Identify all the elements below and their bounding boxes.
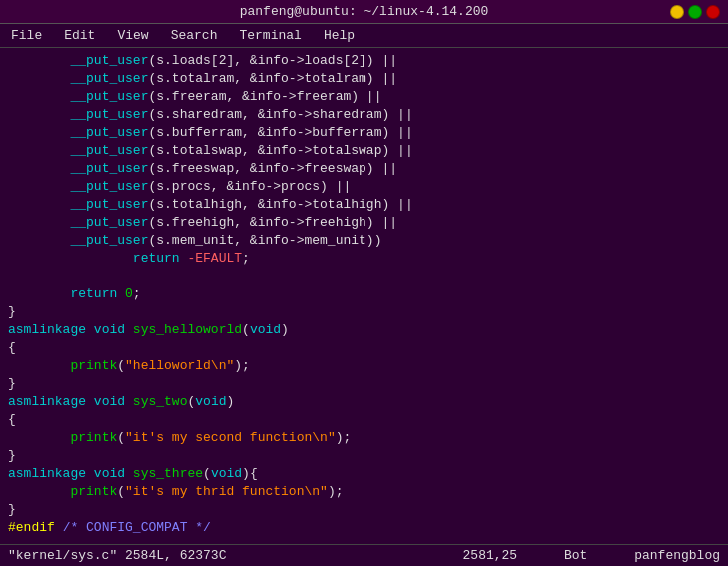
menu-terminal[interactable]: Terminal (236, 27, 304, 44)
code-line: __put_user(s.freeswap, &info->freeswap) … (8, 160, 720, 178)
code-line: return -EFAULT; (8, 250, 720, 268)
code-line: __put_user(s.bufferram, &info->bufferram… (8, 124, 720, 142)
code-area: __put_user(s.loads[2], &info->loads[2]) … (0, 48, 728, 539)
code-line: return 0; (8, 285, 720, 303)
code-line: __put_user(s.procs, &info->procs) || (8, 178, 720, 196)
file-info: "kernel/sys.c" 2584L, 62373C (8, 548, 226, 563)
code-line: } (8, 501, 720, 519)
code-line: printk("it's my second function\n"); (8, 429, 720, 447)
code-line: __put_user(s.freehigh, &info->freehigh) … (8, 214, 720, 232)
code-line: asmlinkage void sys_two(void) (8, 393, 720, 411)
menu-bar: File Edit View Search Terminal Help (0, 24, 728, 48)
code-line: __put_user(s.totalhigh, &info->totalhigh… (8, 196, 720, 214)
code-line: { (8, 339, 720, 357)
code-line (8, 268, 720, 285)
cursor-position: 2581,25 (463, 548, 518, 563)
code-line: } (8, 375, 720, 393)
maximize-button[interactable] (688, 5, 702, 19)
code-line: { (8, 411, 720, 429)
menu-edit[interactable]: Edit (61, 27, 98, 44)
code-line: } (8, 303, 720, 321)
code-line: __put_user(s.mem_unit, &info->mem_unit)) (8, 232, 720, 250)
title-bar: panfeng@ubuntu: ~/linux-4.14.200 (0, 0, 728, 24)
menu-help[interactable]: Help (321, 27, 358, 44)
code-line: __put_user(s.loads[2], &info->loads[2]) … (8, 52, 720, 70)
window-title: panfeng@ubuntu: ~/linux-4.14.200 (240, 4, 489, 19)
code-line: printk("helloworld\n"); (8, 357, 720, 375)
code-line: __put_user(s.sharedram, &info->sharedram… (8, 106, 720, 124)
menu-view[interactable]: View (114, 27, 151, 44)
blog-label: panfengblog (634, 548, 720, 563)
code-line: printk("it's my thrid function\n"); (8, 483, 720, 501)
code-line: __put_user(s.totalswap, &info->totalswap… (8, 142, 720, 160)
code-line: __put_user(s.freeram, &info->freeram) || (8, 88, 720, 106)
menu-file[interactable]: File (8, 27, 45, 44)
status-right: 2581,25 Bot panfengblog (463, 548, 720, 563)
window-controls (670, 5, 720, 19)
close-button[interactable] (706, 5, 720, 19)
minimize-button[interactable] (670, 5, 684, 19)
code-line: asmlinkage void sys_three(void){ (8, 465, 720, 483)
scroll-position: Bot (564, 548, 587, 563)
code-line: #endif /* CONFIG_COMPAT */ (8, 519, 720, 537)
code-line: __put_user(s.totalram, &info->totalram) … (8, 70, 720, 88)
menu-search[interactable]: Search (168, 27, 221, 44)
status-bar: "kernel/sys.c" 2584L, 62373C 2581,25 Bot… (0, 544, 728, 566)
code-line: asmlinkage void sys_helloworld(void) (8, 321, 720, 339)
code-line: } (8, 447, 720, 465)
